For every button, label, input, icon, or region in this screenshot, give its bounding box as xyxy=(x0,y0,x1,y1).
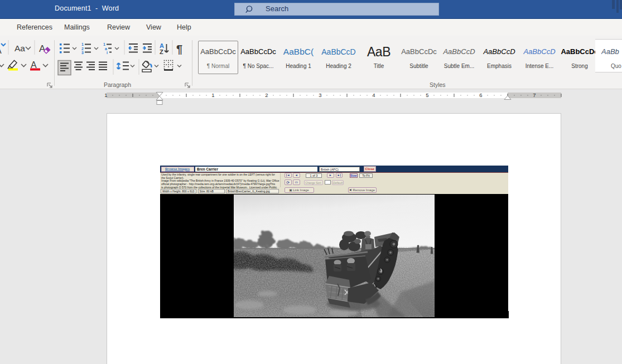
svg-text:Z: Z xyxy=(160,48,163,55)
svg-text:Aa: Aa xyxy=(15,43,25,53)
svg-text:2: 2 xyxy=(81,47,84,51)
svg-text:1: 1 xyxy=(103,42,105,46)
svg-text:1: 1 xyxy=(211,92,214,98)
svg-text:¶: ¶ xyxy=(176,43,182,55)
svg-text:1: 1 xyxy=(104,92,107,98)
svg-text:i: i xyxy=(107,51,108,55)
svg-text:3: 3 xyxy=(81,51,84,55)
svg-text:1: 1 xyxy=(81,42,84,46)
svg-text:2: 2 xyxy=(265,92,268,98)
svg-text:A: A xyxy=(39,43,46,54)
svg-text:A: A xyxy=(0,46,2,55)
svg-text:4: 4 xyxy=(372,92,375,98)
svg-text:7: 7 xyxy=(533,92,536,98)
svg-text:3: 3 xyxy=(319,92,321,98)
svg-text:a: a xyxy=(105,47,107,51)
svg-text:5: 5 xyxy=(426,92,428,98)
svg-text:A: A xyxy=(31,60,37,70)
svg-text:6: 6 xyxy=(479,92,482,98)
